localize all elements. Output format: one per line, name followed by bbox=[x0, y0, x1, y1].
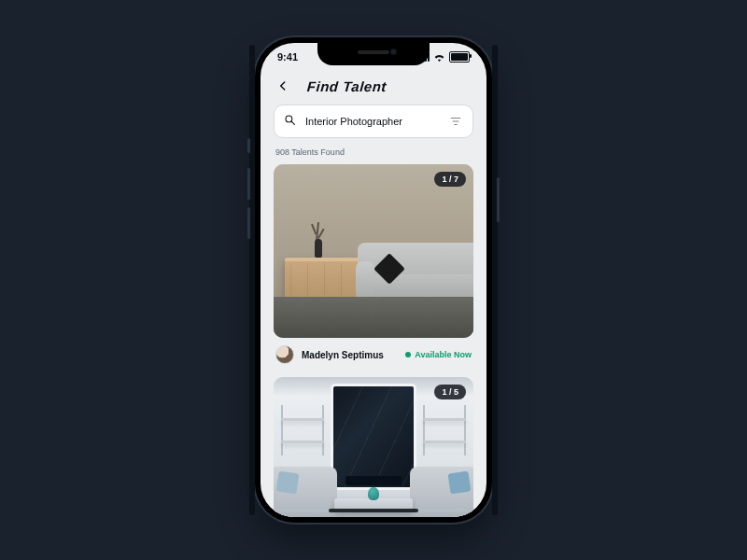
screen: 9:41 Find Talent bbox=[261, 43, 486, 517]
page-header: Find Talent bbox=[274, 77, 473, 95]
image-pager: 1 / 5 bbox=[434, 385, 466, 399]
talent-name: Madelyn Septimus bbox=[302, 350, 384, 360]
volume-up-button bbox=[247, 168, 250, 200]
svg-line-1 bbox=[291, 121, 294, 124]
results-count: 908 Talents Found bbox=[275, 147, 472, 157]
phone-rail-left bbox=[249, 45, 255, 515]
mute-switch bbox=[247, 138, 250, 153]
availability-badge: Available Now bbox=[405, 350, 472, 359]
sofa-left-decor bbox=[274, 467, 337, 510]
status-time: 9:41 bbox=[277, 51, 298, 63]
stage: 9:41 Find Talent bbox=[0, 0, 747, 560]
back-button[interactable] bbox=[274, 77, 292, 95]
search-input[interactable] bbox=[303, 115, 441, 128]
page-title: Find Talent bbox=[306, 78, 387, 94]
search-icon bbox=[284, 113, 296, 130]
avatar bbox=[275, 345, 294, 364]
portfolio-image bbox=[274, 164, 473, 338]
wifi-icon bbox=[433, 52, 445, 62]
vase-decor bbox=[315, 239, 322, 258]
content-column: Find Talent 908 Talents Found 1 / 7 bbox=[261, 43, 486, 517]
filter-button[interactable] bbox=[448, 114, 463, 129]
chevron-left-icon bbox=[276, 79, 289, 92]
availability-label: Available Now bbox=[415, 350, 472, 359]
phone-frame: 9:41 Find Talent bbox=[255, 37, 492, 523]
status-dot-icon bbox=[405, 352, 411, 357]
talent-card[interactable]: 1 / 7 bbox=[274, 164, 473, 338]
battery-icon bbox=[449, 51, 470, 63]
talent-card-meta: Madelyn Septimus Available Now bbox=[274, 338, 473, 375]
sofa-right-decor bbox=[410, 467, 473, 510]
vase-decor bbox=[368, 487, 379, 500]
image-pager: 1 / 7 bbox=[434, 172, 466, 187]
talent-user[interactable]: Madelyn Septimus bbox=[275, 345, 384, 364]
search-field[interactable] bbox=[274, 105, 473, 138]
notch bbox=[317, 43, 430, 65]
feature-wall-decor bbox=[333, 386, 414, 487]
home-indicator[interactable] bbox=[329, 509, 418, 512]
phone-rail-right bbox=[492, 45, 498, 515]
floor-decor bbox=[274, 297, 473, 338]
front-camera bbox=[390, 49, 397, 55]
volume-down-button bbox=[247, 207, 250, 239]
power-button bbox=[497, 177, 500, 222]
filter-icon bbox=[449, 115, 462, 128]
earpiece bbox=[358, 50, 389, 54]
talent-card[interactable]: 1 / 5 bbox=[274, 377, 473, 517]
